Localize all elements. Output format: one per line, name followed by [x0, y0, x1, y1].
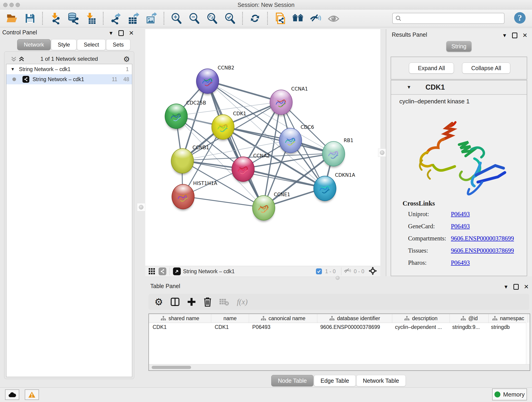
tab-string[interactable]: String	[446, 41, 472, 51]
right-splitter-handle[interactable]	[378, 148, 386, 157]
network-node-CCNE1[interactable]	[252, 195, 275, 220]
collapse-panel-icon[interactable]: ▼	[502, 32, 507, 38]
export-network-button[interactable]	[110, 12, 122, 24]
show-hidden-button[interactable]	[328, 12, 340, 24]
column-header-canonical-name[interactable]: canonical name	[249, 314, 317, 323]
tab-style[interactable]: Style	[51, 39, 76, 50]
hidden-eye-slash-icon[interactable]	[344, 268, 351, 275]
help-button[interactable]: ?	[514, 12, 526, 24]
close-panel-icon[interactable]: ✕	[522, 32, 527, 39]
save-session-button[interactable]	[24, 12, 36, 24]
float-panel-icon[interactable]	[513, 284, 519, 290]
crosslink-row: Pharos:P06493	[408, 259, 427, 266]
import-network-file-button[interactable]	[49, 12, 61, 24]
network-canvas[interactable]: CCNB2CCNA1CDC25BCDK1CDC6RB1CCNB1CCNA2CDK…	[145, 29, 380, 266]
hide-selected-button[interactable]	[310, 12, 322, 24]
tab-network-table[interactable]: Network Table	[356, 375, 406, 386]
float-panel-icon[interactable]	[119, 30, 124, 36]
column-header-database-identifier[interactable]: database identifier	[317, 314, 392, 323]
left-splitter-handle[interactable]	[137, 203, 145, 211]
close-panel-icon[interactable]: ✕	[524, 283, 529, 290]
network-node-count: 11	[112, 76, 117, 83]
table-horizontal-scrollbar[interactable]	[152, 366, 191, 369]
first-neighbors-button[interactable]	[292, 12, 304, 24]
birdseye-view-icon[interactable]	[173, 268, 181, 275]
crosslink-value-link[interactable]: P06493	[451, 259, 470, 266]
import-network-database-button[interactable]	[67, 12, 79, 24]
network-node-HIST1H1A[interactable]	[172, 184, 195, 209]
network-node-CDC25B[interactable]	[165, 104, 188, 129]
network-node-CCNA1[interactable]	[270, 89, 293, 115]
collection-expander-icon[interactable]: ▼	[11, 67, 15, 72]
column-header-description[interactable]: description	[392, 314, 450, 323]
node-description: cyclin–dependent kinase 1	[399, 98, 469, 105]
open-session-button[interactable]	[6, 12, 18, 24]
network-node-CDK1[interactable]	[211, 114, 234, 140]
network-options-gear-icon[interactable]: ⚙	[123, 55, 130, 64]
memory-status-dot	[494, 391, 500, 397]
crosslink-value-link[interactable]: P06493	[451, 211, 470, 218]
network-view-share-icon[interactable]	[158, 268, 166, 275]
node-label-CDC6: CDC6	[301, 124, 314, 130]
export-image-button[interactable]	[146, 12, 157, 24]
search-field[interactable]	[392, 13, 505, 24]
crosslink-value-link[interactable]: P06493	[451, 223, 470, 230]
control-panel: Control Panel ▼ ✕ NetworkStyleSelectSets…	[2, 29, 136, 379]
network-list: ▼ String Network – cdk1 1 String Network…	[6, 64, 132, 377]
table-row[interactable]: CDK1CDK1P064939606.ENSP00000378699cyclin…	[149, 323, 530, 331]
float-panel-icon[interactable]	[512, 32, 517, 38]
network-node-CDKN1A[interactable]	[313, 176, 336, 201]
node-label-CCNA2: CCNA2	[253, 153, 270, 159]
import-table-button[interactable]	[85, 12, 97, 24]
add-column-icon[interactable]	[187, 297, 196, 306]
network-node-CCNB1[interactable]	[171, 148, 194, 173]
expand-all-button[interactable]: Expand All	[409, 63, 454, 74]
section-expander-icon[interactable]: ▼	[407, 85, 411, 90]
network-node-CDC6[interactable]	[279, 128, 302, 153]
zoom-selected-button[interactable]	[224, 12, 236, 24]
crosshair-move-icon[interactable]	[368, 267, 377, 276]
memory-button[interactable]: Memory	[492, 389, 527, 400]
column-header--id[interactable]: @id	[450, 314, 489, 323]
crosslink-label: Compartments:	[408, 235, 446, 242]
tab-select[interactable]: Select	[77, 39, 106, 50]
grid-view-icon[interactable]	[148, 268, 156, 275]
table-vertical-scrollbar[interactable]	[526, 323, 530, 364]
cloud-status-button[interactable]	[5, 389, 19, 400]
clone-network-button[interactable]	[274, 12, 286, 24]
network-collection-row[interactable]: ▼ String Network – cdk1 1	[6, 64, 132, 74]
search-input[interactable]	[401, 14, 504, 23]
column-header-name[interactable]: name	[211, 314, 249, 323]
zoom-in-button[interactable]	[171, 12, 182, 24]
warning-button[interactable]	[25, 389, 39, 400]
collapse-panel-icon[interactable]: ▼	[503, 284, 508, 290]
column-header-namespac[interactable]: namespac	[489, 314, 528, 323]
show-column-panel-icon[interactable]	[171, 297, 180, 306]
table-settings-gear-icon[interactable]: ⚙	[154, 296, 163, 307]
apply-layout-button[interactable]	[249, 12, 261, 24]
network-row[interactable]: String Network – cdk1 11 48	[6, 74, 132, 84]
collapse-all-button[interactable]: Collapse All	[462, 63, 510, 74]
tab-sets[interactable]: Sets	[106, 39, 130, 50]
close-panel-icon[interactable]: ✕	[129, 30, 134, 37]
export-table-button[interactable]	[128, 12, 139, 24]
bottom-splitter-handle[interactable]	[334, 275, 341, 281]
tab-node-table[interactable]: Node Table	[271, 375, 313, 386]
tab-edge-table[interactable]: Edge Table	[314, 375, 356, 386]
network-node-CCNB2[interactable]	[196, 69, 219, 94]
selected-nodes-checkbox-icon[interactable]	[316, 268, 322, 274]
tab-network[interactable]: Network	[17, 39, 51, 50]
zoom-out-button[interactable]	[188, 12, 200, 24]
crosslink-value-link[interactable]: 9606.ENSP00000378699	[451, 247, 514, 254]
node-section-header[interactable]: ▼ CDK1	[391, 80, 527, 95]
crosslink-value-link[interactable]: 9606.ENSP00000378699	[451, 235, 514, 242]
collapse-panel-icon[interactable]: ▼	[108, 30, 114, 36]
zoom-fit-button[interactable]	[206, 12, 218, 24]
network-node-RB1[interactable]	[322, 141, 345, 166]
protein-thumbnail-icon	[176, 190, 190, 204]
network-node-CCNA2[interactable]	[232, 157, 254, 182]
delete-column-trash-icon[interactable]	[203, 297, 212, 307]
column-header-shared-name[interactable]: shared name	[149, 314, 211, 323]
node-table[interactable]: shared namenamecanonical namedatabase id…	[148, 313, 530, 371]
protein-structure-image	[400, 110, 517, 197]
